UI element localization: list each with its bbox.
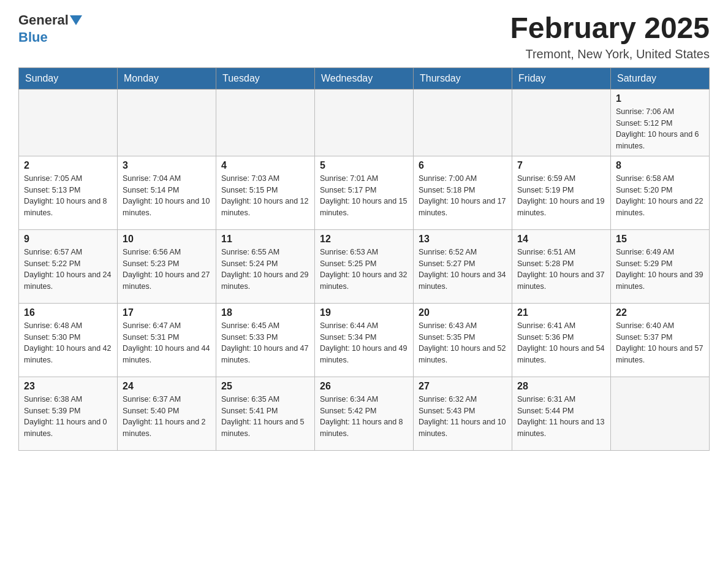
logo-general-text: General bbox=[18, 12, 69, 28]
page-header: General Blue February 2025 Tremont, New … bbox=[18, 12, 710, 61]
day-header-tuesday: Tuesday bbox=[216, 67, 315, 89]
day-number: 11 bbox=[221, 234, 309, 245]
day-info: Sunrise: 6:44 AMSunset: 5:34 PMDaylight:… bbox=[320, 320, 408, 366]
day-info: Sunrise: 6:40 AMSunset: 5:37 PMDaylight:… bbox=[616, 320, 704, 366]
calendar-cell: 10Sunrise: 6:56 AMSunset: 5:23 PMDayligh… bbox=[118, 229, 216, 303]
day-number: 1 bbox=[616, 93, 704, 104]
day-header-thursday: Thursday bbox=[414, 67, 512, 89]
calendar-cell bbox=[118, 89, 216, 156]
calendar-cell bbox=[611, 377, 710, 450]
day-number: 14 bbox=[517, 234, 605, 245]
day-info: Sunrise: 6:43 AMSunset: 5:35 PMDaylight:… bbox=[419, 320, 507, 366]
calendar-cell: 4Sunrise: 7:03 AMSunset: 5:15 PMDaylight… bbox=[216, 156, 315, 229]
day-info: Sunrise: 6:58 AMSunset: 5:20 PMDaylight:… bbox=[616, 173, 704, 219]
day-info: Sunrise: 6:35 AMSunset: 5:41 PMDaylight:… bbox=[221, 394, 309, 440]
day-info: Sunrise: 6:53 AMSunset: 5:25 PMDaylight:… bbox=[320, 247, 408, 293]
day-number: 15 bbox=[616, 234, 704, 245]
day-number: 19 bbox=[320, 307, 408, 318]
day-header-saturday: Saturday bbox=[611, 67, 710, 89]
day-info: Sunrise: 6:52 AMSunset: 5:27 PMDaylight:… bbox=[419, 247, 507, 293]
day-number: 6 bbox=[419, 160, 507, 171]
day-number: 16 bbox=[24, 307, 112, 318]
calendar-cell: 18Sunrise: 6:45 AMSunset: 5:33 PMDayligh… bbox=[216, 303, 315, 377]
day-number: 9 bbox=[24, 234, 112, 245]
logo: General Blue bbox=[18, 12, 83, 45]
calendar-table: SundayMondayTuesdayWednesdayThursdayFrid… bbox=[18, 67, 710, 451]
logo-blue-text: Blue bbox=[18, 29, 48, 45]
day-number: 7 bbox=[517, 160, 605, 171]
day-info: Sunrise: 6:45 AMSunset: 5:33 PMDaylight:… bbox=[221, 320, 309, 366]
day-number: 26 bbox=[320, 381, 408, 392]
day-number: 13 bbox=[419, 234, 507, 245]
calendar-week-row: 2Sunrise: 7:05 AMSunset: 5:13 PMDaylight… bbox=[19, 156, 710, 229]
day-number: 23 bbox=[24, 381, 112, 392]
calendar-cell bbox=[216, 89, 315, 156]
day-info: Sunrise: 7:05 AMSunset: 5:13 PMDaylight:… bbox=[24, 173, 112, 219]
calendar-cell: 24Sunrise: 6:37 AMSunset: 5:40 PMDayligh… bbox=[118, 377, 216, 450]
day-header-sunday: Sunday bbox=[19, 67, 118, 89]
day-info: Sunrise: 7:04 AMSunset: 5:14 PMDaylight:… bbox=[123, 173, 211, 219]
calendar-cell: 5Sunrise: 7:01 AMSunset: 5:17 PMDaylight… bbox=[315, 156, 414, 229]
day-number: 27 bbox=[419, 381, 507, 392]
calendar-week-row: 1Sunrise: 7:06 AMSunset: 5:12 PMDaylight… bbox=[19, 89, 710, 156]
day-info: Sunrise: 6:56 AMSunset: 5:23 PMDaylight:… bbox=[123, 247, 211, 293]
calendar-cell: 6Sunrise: 7:00 AMSunset: 5:18 PMDaylight… bbox=[414, 156, 512, 229]
day-header-wednesday: Wednesday bbox=[315, 67, 414, 89]
day-number: 18 bbox=[221, 307, 309, 318]
calendar-cell bbox=[414, 89, 512, 156]
calendar-cell bbox=[512, 89, 611, 156]
days-header-row: SundayMondayTuesdayWednesdayThursdayFrid… bbox=[19, 67, 710, 89]
calendar-cell: 19Sunrise: 6:44 AMSunset: 5:34 PMDayligh… bbox=[315, 303, 414, 377]
day-number: 20 bbox=[419, 307, 507, 318]
day-number: 24 bbox=[123, 381, 211, 392]
calendar-cell: 13Sunrise: 6:52 AMSunset: 5:27 PMDayligh… bbox=[414, 229, 512, 303]
calendar-cell: 27Sunrise: 6:32 AMSunset: 5:43 PMDayligh… bbox=[414, 377, 512, 450]
calendar-cell: 7Sunrise: 6:59 AMSunset: 5:19 PMDaylight… bbox=[512, 156, 611, 229]
day-info: Sunrise: 6:47 AMSunset: 5:31 PMDaylight:… bbox=[123, 320, 211, 366]
calendar-cell: 8Sunrise: 6:58 AMSunset: 5:20 PMDaylight… bbox=[611, 156, 710, 229]
day-number: 5 bbox=[320, 160, 408, 171]
day-number: 22 bbox=[616, 307, 704, 318]
calendar-cell: 14Sunrise: 6:51 AMSunset: 5:28 PMDayligh… bbox=[512, 229, 611, 303]
calendar-week-row: 9Sunrise: 6:57 AMSunset: 5:22 PMDaylight… bbox=[19, 229, 710, 303]
calendar-cell: 26Sunrise: 6:34 AMSunset: 5:42 PMDayligh… bbox=[315, 377, 414, 450]
calendar-cell: 11Sunrise: 6:55 AMSunset: 5:24 PMDayligh… bbox=[216, 229, 315, 303]
calendar-cell: 23Sunrise: 6:38 AMSunset: 5:39 PMDayligh… bbox=[19, 377, 118, 450]
calendar-cell: 28Sunrise: 6:31 AMSunset: 5:44 PMDayligh… bbox=[512, 377, 611, 450]
day-info: Sunrise: 6:49 AMSunset: 5:29 PMDaylight:… bbox=[616, 247, 704, 293]
day-header-monday: Monday bbox=[118, 67, 216, 89]
calendar-week-row: 16Sunrise: 6:48 AMSunset: 5:30 PMDayligh… bbox=[19, 303, 710, 377]
day-number: 28 bbox=[517, 381, 605, 392]
calendar-cell: 22Sunrise: 6:40 AMSunset: 5:37 PMDayligh… bbox=[611, 303, 710, 377]
calendar-cell: 15Sunrise: 6:49 AMSunset: 5:29 PMDayligh… bbox=[611, 229, 710, 303]
calendar-cell: 2Sunrise: 7:05 AMSunset: 5:13 PMDaylight… bbox=[19, 156, 118, 229]
day-number: 25 bbox=[221, 381, 309, 392]
calendar-week-row: 23Sunrise: 6:38 AMSunset: 5:39 PMDayligh… bbox=[19, 377, 710, 450]
calendar-cell: 21Sunrise: 6:41 AMSunset: 5:36 PMDayligh… bbox=[512, 303, 611, 377]
day-info: Sunrise: 7:00 AMSunset: 5:18 PMDaylight:… bbox=[419, 173, 507, 219]
day-info: Sunrise: 6:38 AMSunset: 5:39 PMDaylight:… bbox=[24, 394, 112, 440]
day-header-friday: Friday bbox=[512, 67, 611, 89]
day-info: Sunrise: 6:41 AMSunset: 5:36 PMDaylight:… bbox=[517, 320, 605, 366]
calendar-cell: 17Sunrise: 6:47 AMSunset: 5:31 PMDayligh… bbox=[118, 303, 216, 377]
calendar-cell: 3Sunrise: 7:04 AMSunset: 5:14 PMDaylight… bbox=[118, 156, 216, 229]
day-number: 8 bbox=[616, 160, 704, 171]
day-info: Sunrise: 6:37 AMSunset: 5:40 PMDaylight:… bbox=[123, 394, 211, 440]
location-subtitle: Tremont, New York, United States bbox=[510, 47, 710, 61]
calendar-cell: 16Sunrise: 6:48 AMSunset: 5:30 PMDayligh… bbox=[19, 303, 118, 377]
day-info: Sunrise: 6:57 AMSunset: 5:22 PMDaylight:… bbox=[24, 247, 112, 293]
day-number: 17 bbox=[123, 307, 211, 318]
day-number: 4 bbox=[221, 160, 309, 171]
logo-triangle-icon bbox=[70, 15, 82, 25]
day-info: Sunrise: 6:48 AMSunset: 5:30 PMDaylight:… bbox=[24, 320, 112, 366]
calendar-title: February 2025 bbox=[510, 12, 710, 45]
calendar-cell bbox=[315, 89, 414, 156]
day-info: Sunrise: 6:55 AMSunset: 5:24 PMDaylight:… bbox=[221, 247, 309, 293]
day-info: Sunrise: 7:03 AMSunset: 5:15 PMDaylight:… bbox=[221, 173, 309, 219]
calendar-cell: 9Sunrise: 6:57 AMSunset: 5:22 PMDaylight… bbox=[19, 229, 118, 303]
day-number: 12 bbox=[320, 234, 408, 245]
title-section: February 2025 Tremont, New York, United … bbox=[510, 12, 710, 61]
day-info: Sunrise: 6:32 AMSunset: 5:43 PMDaylight:… bbox=[419, 394, 507, 440]
day-number: 2 bbox=[24, 160, 112, 171]
day-info: Sunrise: 7:01 AMSunset: 5:17 PMDaylight:… bbox=[320, 173, 408, 219]
